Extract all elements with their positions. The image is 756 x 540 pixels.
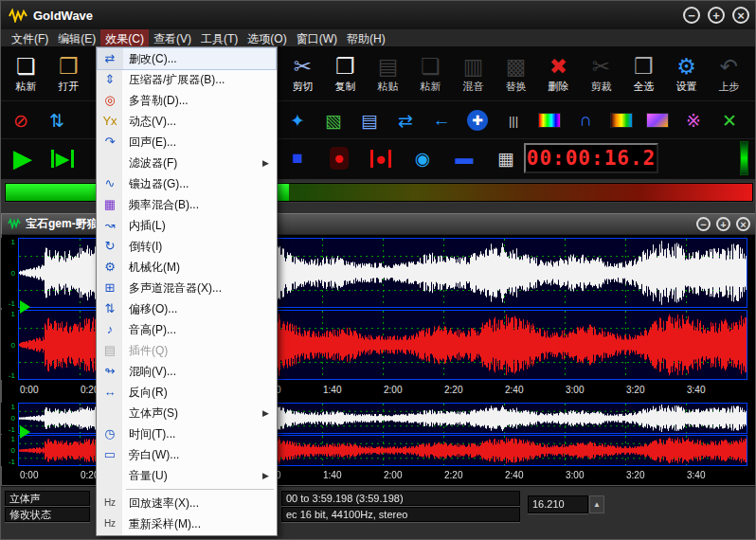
menubar-item[interactable]: 工具(T) bbox=[196, 29, 243, 46]
menubar-item[interactable]: 帮助(H) bbox=[342, 29, 390, 46]
delete-button[interactable]: ✖ 删除 bbox=[537, 48, 580, 99]
paste-button[interactable]: ▤ 粘贴 bbox=[367, 48, 409, 99]
previous-effect-icon[interactable]: ← bbox=[427, 106, 456, 135]
trim-button[interactable]: ✂ 剪裁 bbox=[580, 48, 622, 99]
channel-mode-field[interactable]: 立体声 bbox=[5, 491, 90, 506]
minimize-button[interactable]: − bbox=[683, 7, 700, 24]
equalizer-icon[interactable]: ||| bbox=[499, 106, 528, 135]
toolbar-button-icon: ▤ bbox=[378, 54, 399, 79]
toolbar-button-icon: ↶ bbox=[720, 54, 738, 79]
effects-menu-item[interactable]: ↷ 回声(E)... bbox=[98, 132, 276, 153]
play-button[interactable]: ▶ bbox=[9, 144, 37, 172]
channel-split-icon[interactable]: ※ bbox=[679, 106, 708, 135]
effects-menu-item[interactable]: ↝ 内插(L) bbox=[98, 215, 276, 236]
replace-button[interactable]: ▩ 替换 bbox=[495, 48, 537, 99]
voice-over-icon: ▭ bbox=[98, 444, 122, 465]
stop-button[interactable]: ■ bbox=[283, 144, 312, 172]
effects-menu-item[interactable]: ↻ 倒转(I) bbox=[98, 236, 276, 257]
effects-menu-item[interactable]: Hz 重新采样(M)... bbox=[98, 513, 276, 534]
flanger-icon: ∿ bbox=[98, 173, 122, 194]
effects-menu-item[interactable]: ⇕ 压缩器/扩展器(B)... bbox=[98, 69, 276, 90]
effects-menu-item[interactable]: ♪ 音高(P)... bbox=[98, 319, 276, 340]
time-axis-label: 0:00 bbox=[20, 470, 38, 480]
modified-status-field: 修改状态 bbox=[5, 507, 90, 522]
editor-file-icon bbox=[8, 216, 21, 233]
effects-menu-item[interactable]: ▦ 频率混合(B)... bbox=[98, 194, 276, 215]
position-value-field[interactable]: 16.210 bbox=[528, 495, 588, 513]
move-selection-icon[interactable]: ⇅ bbox=[43, 106, 71, 135]
rainbow-filter-icon[interactable] bbox=[535, 106, 564, 135]
cut-button[interactable]: ✂ 剪切 bbox=[281, 48, 324, 99]
record-button[interactable]: ● bbox=[325, 144, 353, 172]
menubar-item-label: 工具(T) bbox=[201, 32, 238, 45]
select-all-button[interactable]: ❒ 全选 bbox=[622, 48, 665, 99]
effects-menu-item[interactable]: ∿ 镶边器(G)... bbox=[98, 173, 276, 194]
record-selection-button[interactable]: ● bbox=[367, 144, 395, 172]
toolbar-button-icon: ❏ bbox=[421, 54, 441, 79]
effects-menu-item[interactable]: Hz 回放速率(X)... bbox=[98, 493, 276, 513]
menubar-item[interactable]: 查看(V) bbox=[149, 29, 196, 46]
amplitude-label: 0 bbox=[11, 269, 15, 278]
editor-maximize-button[interactable]: + bbox=[716, 217, 730, 231]
effects-menu-item[interactable]: ⚙ 机械化(M) bbox=[98, 257, 276, 278]
amplitude-label: 0 bbox=[11, 414, 15, 423]
paste-new-button[interactable]: ❏ 粘新 bbox=[5, 48, 47, 99]
effects-menu-item[interactable]: 滤波器(F) ▶ bbox=[98, 153, 276, 173]
editor-minimize-button[interactable]: − bbox=[696, 217, 711, 231]
noise-reduction-icon[interactable] bbox=[643, 106, 672, 135]
effects-menu-item[interactable]: ↔ 反向(R) bbox=[98, 382, 276, 403]
playlist-icon[interactable]: ▤ bbox=[355, 106, 384, 135]
effects-menu-item[interactable]: ◷ 时间(T)... bbox=[98, 423, 276, 444]
paste-new-window-button[interactable]: ❏ 粘新 bbox=[409, 48, 452, 99]
menubar-item[interactable]: 选项(O) bbox=[243, 29, 291, 46]
effects-menu-item[interactable]: 立体声(S) ▶ bbox=[98, 403, 276, 423]
editor-close-button[interactable]: × bbox=[736, 217, 750, 231]
menubar-item[interactable]: 效果(C) bbox=[100, 29, 149, 46]
position-spinner-button[interactable]: ▲ bbox=[589, 495, 604, 513]
toolbar-button-label: 粘新 bbox=[16, 80, 37, 94]
settings-button[interactable]: ⚙ 设置 bbox=[665, 48, 708, 99]
effects-menu-item[interactable]: Yx 动态(V)... bbox=[98, 111, 276, 132]
overview-playback-marker[interactable] bbox=[20, 425, 30, 439]
menubar-item[interactable]: 文件(F) bbox=[7, 29, 53, 46]
media-image-icon[interactable]: ▧ bbox=[319, 106, 348, 135]
playback-marker[interactable] bbox=[20, 300, 30, 314]
menubar-item[interactable]: 编辑(E) bbox=[53, 29, 100, 46]
mix-button[interactable]: ▥ 混音 bbox=[452, 48, 495, 99]
toolbar-button-label: 粘贴 bbox=[378, 80, 399, 94]
monitor-button[interactable]: ◉ bbox=[408, 144, 437, 172]
disable-effects-icon[interactable]: ⊘ bbox=[7, 106, 35, 135]
doppler-tool-icon[interactable]: ✦ bbox=[283, 106, 312, 135]
time-axis-label: 2:00 bbox=[384, 470, 402, 480]
play-selection-button[interactable]: ▶ bbox=[48, 144, 77, 172]
device-button[interactable]: ▬ bbox=[450, 144, 478, 172]
menu-item-label: 频率混合(B)... bbox=[122, 197, 262, 213]
effects-menu-item[interactable]: ↬ 混响(V)... bbox=[98, 361, 276, 382]
titlebar[interactable]: GoldWave − + × bbox=[1, 1, 756, 29]
open-button[interactable]: ❒ 打开 bbox=[47, 48, 90, 99]
effects-menu-item[interactable]: ◎ 多普勒(D)... bbox=[98, 90, 276, 111]
spectrum-filter-icon[interactable] bbox=[607, 106, 636, 135]
effects-menu-item[interactable]: ⊞ 多声道混音器(X)... bbox=[98, 278, 276, 298]
undo-step-button[interactable]: ↶ 上步 bbox=[708, 48, 750, 99]
effects-menu-item[interactable]: ⇅ 偏移(O)... bbox=[98, 298, 276, 319]
pan-control-icon[interactable]: ✚ bbox=[463, 106, 492, 135]
effects-menu-item[interactable]: ▭ 旁白(W)... bbox=[98, 444, 276, 465]
maximize-button[interactable]: + bbox=[708, 7, 725, 24]
amplitude-label: 1 bbox=[11, 238, 15, 246]
effects-menu-item[interactable]: ⇄ 删改(C)... bbox=[98, 48, 276, 69]
effects-menu-item[interactable]: ▤ 插件(Q) bbox=[98, 340, 276, 361]
swap-arrows-icon: ⇄ bbox=[98, 48, 122, 69]
close-button[interactable]: × bbox=[732, 7, 749, 24]
compressor-expander-icon: ⇕ bbox=[98, 69, 122, 90]
marker-icon[interactable]: ✕ bbox=[715, 106, 744, 135]
time-axis-label: 2:20 bbox=[444, 470, 462, 480]
amplitude-label: -1 bbox=[9, 425, 15, 434]
copy-button[interactable]: ❐ 复制 bbox=[324, 48, 367, 99]
hall-reverb-icon[interactable]: ∩ bbox=[571, 106, 600, 135]
swap-channels-icon[interactable]: ⇄ bbox=[391, 106, 420, 135]
menubar-item[interactable]: 窗口(W) bbox=[292, 29, 342, 46]
properties-grid-button[interactable]: ▦ bbox=[492, 144, 520, 172]
resample-icon: Hz bbox=[98, 513, 122, 534]
effects-menu-item[interactable]: 音量(U) ▶ bbox=[98, 465, 276, 486]
